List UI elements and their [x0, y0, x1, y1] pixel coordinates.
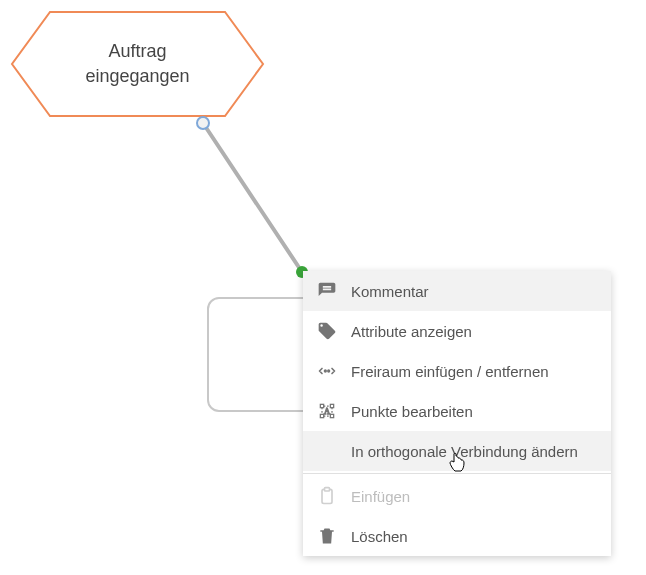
svg-line-0 [203, 123, 302, 272]
edit-points-icon: A [317, 401, 351, 421]
menu-item-freespace[interactable]: Freiraum einfügen / entfernen [303, 351, 611, 391]
menu-item-label: Löschen [351, 528, 597, 545]
event-node[interactable]: Auftrag eingegangen [10, 10, 265, 118]
svg-rect-5 [330, 404, 333, 407]
menu-item-label: Freiraum einfügen / entfernen [351, 363, 597, 380]
menu-item-label: Punkte bearbeiten [351, 403, 597, 420]
menu-item-label: Einfügen [351, 488, 597, 505]
context-menu: Kommentar Attribute anzeigen Freiraum ei… [303, 271, 611, 556]
tag-icon [317, 321, 351, 341]
connector-start-handle[interactable] [196, 116, 210, 130]
menu-item-label: Attribute anzeigen [351, 323, 597, 340]
svg-rect-4 [320, 404, 323, 407]
clipboard-icon [317, 486, 351, 506]
menu-item-paste: Einfügen [303, 476, 611, 516]
svg-rect-7 [330, 414, 333, 417]
menu-item-comment[interactable]: Kommentar [303, 271, 611, 311]
comment-icon [317, 281, 351, 301]
menu-item-delete[interactable]: Löschen [303, 516, 611, 556]
menu-item-label: In orthogonale Verbindung ändern [351, 443, 597, 460]
svg-rect-6 [320, 414, 323, 417]
diagram-canvas[interactable]: Auftrag eingegangen Kommentar Attribute … [0, 0, 646, 575]
menu-divider [303, 473, 611, 474]
svg-rect-10 [325, 488, 330, 491]
menu-item-orthogonal[interactable]: In orthogonale Verbindung ändern [303, 431, 611, 471]
trash-icon [317, 526, 351, 546]
menu-item-points[interactable]: A Punkte bearbeiten [303, 391, 611, 431]
target-node-placeholder[interactable] [207, 297, 317, 412]
menu-item-label: Kommentar [351, 283, 597, 300]
arrows-h-icon [317, 361, 351, 381]
svg-text:A: A [324, 407, 330, 416]
event-node-label: Auftrag eingegangen [85, 39, 189, 89]
menu-item-attributes[interactable]: Attribute anzeigen [303, 311, 611, 351]
svg-point-3 [328, 370, 330, 372]
svg-point-2 [325, 370, 327, 372]
